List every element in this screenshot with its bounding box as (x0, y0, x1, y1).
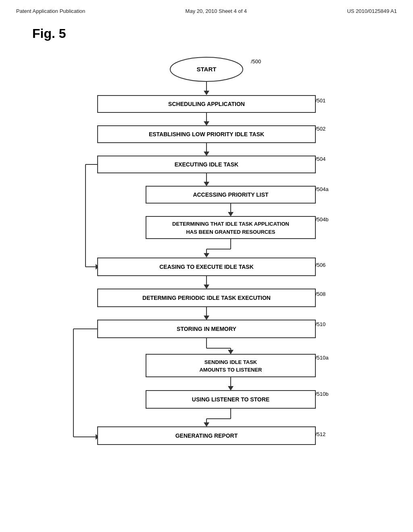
header-center: May 20, 2010 Sheet 4 of 4 (186, 8, 247, 14)
svg-text:USING LISTENER TO STORE: USING LISTENER TO STORE (192, 396, 269, 403)
svg-text:GENERATING REPORT: GENERATING REPORT (175, 432, 238, 439)
flowchart-svg: START /500 /501 SCHEDULING APPLICATION /… (33, 49, 380, 532)
svg-text:/506: /506 (315, 262, 325, 268)
svg-marker-32 (204, 253, 209, 258)
svg-marker-41 (204, 285, 209, 289)
svg-text:/502: /502 (315, 126, 325, 132)
svg-text:START: START (197, 66, 217, 73)
svg-text:ACCESSING PRIORITY LIST: ACCESSING PRIORITY LIST (193, 191, 269, 198)
svg-text:/500: /500 (251, 58, 261, 64)
svg-marker-9 (204, 121, 209, 126)
svg-text:ESTABLISHING LOW PRIORITY IDLE: ESTABLISHING LOW PRIORITY IDLE TASK (149, 131, 264, 137)
svg-marker-66 (204, 422, 209, 427)
svg-marker-46 (204, 316, 209, 320)
svg-text:EXECUTING IDLE TASK: EXECUTING IDLE TASK (175, 161, 238, 168)
svg-text:AMOUNTS TO LISTENER: AMOUNTS TO LISTENER (199, 367, 262, 373)
svg-text:/512: /512 (315, 431, 325, 437)
svg-rect-55 (146, 354, 315, 377)
svg-text:/510b: /510b (315, 391, 329, 397)
svg-text:DETERMING PERIODIC IDLE TASK E: DETERMING PERIODIC IDLE TASK EXECUTION (142, 295, 271, 301)
svg-text:/504a: /504a (315, 186, 329, 192)
svg-marker-59 (228, 386, 234, 391)
svg-text:HAS BEEN GRANTED RESOURCES: HAS BEEN GRANTED RESOURCES (186, 229, 275, 235)
page: Patent Application Publication May 20, 2… (0, 0, 413, 532)
svg-marker-19 (204, 182, 209, 186)
svg-marker-14 (204, 152, 209, 156)
svg-text:SCHEDULING APPLICATION: SCHEDULING APPLICATION (168, 101, 245, 107)
svg-text:STORING IN MEMORY: STORING IN MEMORY (177, 326, 236, 332)
svg-marker-4 (204, 91, 209, 95)
svg-text:SENDING IDLE TASK: SENDING IDLE TASK (204, 359, 257, 365)
svg-text:/510a: /510a (315, 355, 329, 361)
svg-text:DETERMINING THAT IDLE TASK APP: DETERMINING THAT IDLE TASK APPLICATION (172, 221, 289, 227)
fig-label: Fig. 5 (32, 26, 381, 41)
header-right: US 2010/0125849 A1 (347, 8, 397, 14)
svg-text:/510: /510 (315, 321, 325, 327)
svg-text:/504: /504 (315, 156, 325, 162)
svg-rect-26 (146, 216, 315, 239)
header-left: Patent Application Publication (16, 8, 85, 14)
svg-text:CEASING TO EXECUTE IDLE TASK: CEASING TO EXECUTE IDLE TASK (159, 264, 254, 270)
svg-marker-53 (228, 350, 234, 354)
page-header: Patent Application Publication May 20, 2… (16, 8, 397, 14)
svg-text:/508: /508 (315, 291, 325, 297)
svg-text:/501: /501 (315, 98, 325, 104)
svg-marker-24 (228, 212, 234, 216)
svg-text:/504b: /504b (315, 216, 329, 222)
